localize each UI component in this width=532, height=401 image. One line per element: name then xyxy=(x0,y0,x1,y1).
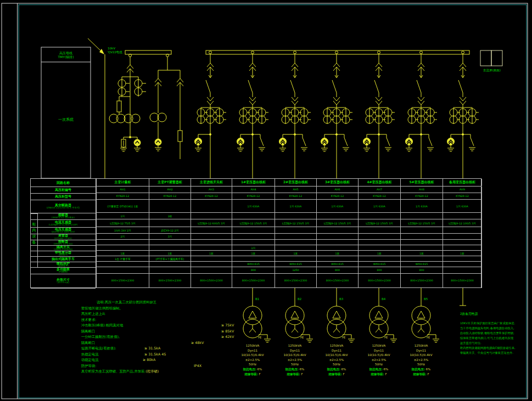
equipment-table-cell xyxy=(275,234,317,240)
equipment-table-cell: (PT手车+下属隔离手车) xyxy=(149,256,191,262)
equipment-table-cell: LZZBJ9-12 150/5 3只 xyxy=(275,219,317,227)
equipment-table-cell xyxy=(401,234,443,240)
equipment-table-cell: 800 xyxy=(401,267,443,274)
equipment-table-cell: 800 xyxy=(317,267,359,274)
equipment-table-cell: 800 xyxy=(232,267,275,274)
row-label: 外形尺寸 (宽×深×高) xyxy=(31,274,96,289)
spare-feeder-label: 2路备用电源 xyxy=(449,312,489,317)
tx-z-label: 阻抗电压: xyxy=(412,368,425,371)
notes-left: 说明:高压一次及二次部分图因资料缺乏 暂按地区做法供图纸编制。 高压柜上进上出 … xyxy=(81,300,229,377)
row-label-spec: (HY5WZ-17/45) xyxy=(54,238,72,240)
equipment-table-cell: 1只 630A xyxy=(317,200,359,213)
equipment-table-cell xyxy=(359,245,401,251)
equipment-table-cell: 1套 xyxy=(443,251,482,256)
row-label: 隔离开关 (GN30-12D/630) xyxy=(31,246,96,251)
equipment-table-cell: 1套 xyxy=(97,251,149,256)
tx-vector: Dyn11 xyxy=(396,348,446,353)
cabinet-name-header: 4#变压器出线柜 xyxy=(359,179,401,186)
equipment-table-cell: AH2 xyxy=(149,187,191,193)
row-label-name: 高压柜编号 xyxy=(55,188,71,192)
equipment-table-cell: LZZBJ9-12 150/5 3只 xyxy=(317,219,359,227)
row-label-name: 抽出式隔离手车 xyxy=(52,257,75,261)
equipment-table-cell xyxy=(191,234,232,240)
equipment-table-cell: 1只 630A xyxy=(443,200,482,213)
tx-ins-label: 绝缘等级: xyxy=(371,372,384,376)
equipment-table-cell xyxy=(359,227,401,234)
equipment-table-cell xyxy=(149,200,191,213)
equipment-table-cell: 800×1500×2300 xyxy=(149,274,191,288)
tx-z-label: 阻抗电压: xyxy=(285,368,299,371)
transformer-tag: B1 xyxy=(255,297,259,301)
row-label: 避雷器 (HY5WZ-17/45) xyxy=(31,234,96,240)
equipment-table-cell xyxy=(149,267,191,274)
equipment-table-cell xyxy=(149,240,191,245)
equipment-table-cell: 1套 xyxy=(401,251,443,256)
pt-group xyxy=(150,54,183,160)
row-label: 多功能表 (PD800) xyxy=(31,268,96,274)
equipment-table-cell: 1套 xyxy=(232,251,275,256)
equipment-table-cell xyxy=(191,262,232,267)
transformer-tag: B3 xyxy=(339,297,343,301)
equipment-table-cell: 1台 计量手车 xyxy=(97,256,149,262)
note-value: IP4X xyxy=(194,364,201,368)
pe-label: PE xyxy=(427,336,430,339)
cabinet-name-header: 3#变压器出线柜 xyxy=(317,179,359,186)
equipment-table-cell: 800 xyxy=(359,267,401,274)
cabinet-name-header: 主变PT避雷器柜 xyxy=(149,179,191,186)
equipment-table-cell: LZZBJ9-12 100/5 3只 xyxy=(443,219,482,227)
tx-ins-value: F xyxy=(343,372,344,376)
equipment-table-cell: 800×1500×2300 xyxy=(275,274,317,288)
equipment-table-cell xyxy=(317,256,359,262)
note-line: 当工作电源因故失电时,备用电源自动投入, xyxy=(460,326,517,331)
equipment-table-cell: LZZBJ9-12 75/5 3只 xyxy=(97,219,149,227)
equipment-table-cell xyxy=(401,245,443,251)
equipment-table-cell xyxy=(191,245,232,251)
feeder-6 xyxy=(406,51,438,178)
note-text: 短路开断电流(有效值): xyxy=(81,346,116,350)
equipment-table-cell: 1只 630A xyxy=(232,200,275,213)
tx-z-value: 6% xyxy=(257,368,262,371)
equipment-table-cell xyxy=(191,256,232,262)
equipment-table-cell xyxy=(359,240,401,245)
equipment-table-cell: 1只 630A xyxy=(275,200,317,213)
row-label: 电压互感器 (JDZX9-12 10/0.1kV) xyxy=(31,228,96,234)
note-line: 动稳定电流 ≥ 80kA xyxy=(81,358,229,364)
equipment-table-cell: 800×1500×2300 xyxy=(317,274,359,288)
equipment-table-cell: WXH-815 xyxy=(317,262,359,267)
tx-ins-label: 绝缘等级: xyxy=(328,372,341,376)
equipment-table-cell: JDZX9-12 2只 xyxy=(149,227,191,234)
equipment-table-cell: (计量装置 DTSD341) 1套 xyxy=(97,200,149,213)
equipment-table-cell: AH6 xyxy=(317,187,359,193)
note-line: 综保装置带通讯接口,可与上位机通讯实现 xyxy=(460,336,517,341)
note-line: 柜内照明及储能回路电源由C级防雷箱引来, xyxy=(460,346,517,351)
row-label: 微机保护 (综保装置) xyxy=(31,262,96,268)
equipment-table-cell: KYN28-12 xyxy=(275,193,317,200)
tx-freq: 50Hz xyxy=(396,362,446,367)
note-text: 隔离断口 xyxy=(81,341,95,344)
row-label-spec: (JDZX9-12 10/0.1kV) xyxy=(52,231,75,234)
tx-tap: ±2×2.5% xyxy=(396,358,446,363)
equipment-table-cell xyxy=(359,213,401,219)
equipment-table-cell: 800×1500×2300 xyxy=(443,274,482,288)
tx-ins-value: F xyxy=(427,372,429,376)
note-text: 真空柜应为全工况联锁、五防产品,并加装: xyxy=(81,369,145,373)
row-label: 熔断器 (XRNT1-12 由计量定) xyxy=(31,213,96,220)
equipment-table-cell: LZZBJ9-12 150/5 3只 xyxy=(359,219,401,227)
equipment-table-cell xyxy=(275,213,317,219)
incoming-cable-label: 10kV YJV22电缆 xyxy=(108,47,132,57)
equipment-table-cell: LZZBJ9-12 150/5 3只 xyxy=(401,219,443,227)
note-line: 隔离断口 ≥ 85kV xyxy=(81,329,229,335)
equipment-table-cell: LZZBJ9-12 150/5 3只 xyxy=(232,219,275,227)
equipment-table-cell xyxy=(232,234,275,240)
row-label: 熔断器 (XRNP1-12 0.5A) xyxy=(31,240,96,246)
tx-z-value: 6% xyxy=(300,368,305,371)
equipment-table-cell xyxy=(275,240,317,245)
row-label-spec: (LZZBJ9-12 0.2S/0.5/10P) xyxy=(49,224,78,227)
incoming-voltage: 10kV xyxy=(108,47,132,50)
equipment-table-cell xyxy=(191,200,232,213)
equipment-table-cell: 800×1500×2300 xyxy=(401,274,443,288)
leftbox-title: 高压母线 TMY(铜排) xyxy=(42,49,90,61)
equipment-table-cell: 1只 630A xyxy=(359,200,401,213)
equipment-table-cell: 2只 xyxy=(97,234,149,240)
note-value: ≥ 85kV xyxy=(221,329,234,333)
